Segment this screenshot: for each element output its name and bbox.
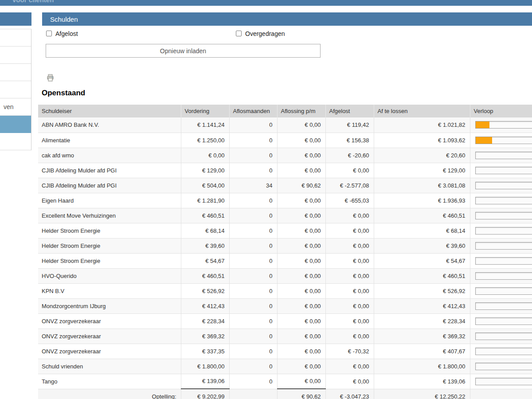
cell-af-te-lossen: € 39,60 (374, 238, 470, 253)
sidebar-item-4[interactable] (0, 81, 31, 98)
table-header-row: SchuldeiserVorderingAflosmaandenAflossin… (38, 105, 532, 117)
cell-af-te-lossen: € 369,32 (374, 329, 470, 344)
totals-afgelost: € -3.047,23 (325, 389, 374, 399)
cell-aflossing-pm: € 0,00 (277, 313, 325, 329)
cell-vordering: € 1.800,00 (181, 359, 229, 374)
cell-aflosmaanden: 34 (229, 178, 277, 193)
cell-aflosmaanden: 0 (229, 238, 277, 253)
cell-schuldeiser: cak afd wmo (38, 148, 181, 163)
progress-bar-track (475, 121, 532, 129)
printer-icon[interactable] (47, 74, 55, 82)
cell-verloop (470, 117, 532, 133)
table-row[interactable]: Helder Stroom Energie€ 39,600€ 0,00€ 0,0… (38, 238, 532, 253)
table-body: ABN AMRO Bank N.V.€ 1.141,240€ 0,00€ 119… (38, 117, 532, 389)
cell-verloop (470, 374, 532, 389)
progress-bar-track (475, 287, 532, 295)
table-row[interactable]: Alimentatie€ 1.250,000€ 0,00€ 156,38€ 1.… (38, 133, 532, 148)
cell-verloop (470, 344, 532, 359)
cell-aflosmaanden: 0 (229, 374, 277, 389)
cell-afgelost: € 0,00 (325, 253, 374, 268)
cell-aflossing-pm: € 0,00 (277, 223, 325, 238)
column-header-aflossing-p-m: Aflossing p/m (277, 105, 325, 117)
table-row[interactable]: CJIB Afdeling Mulder afd PGI€ 129,000€ 0… (38, 163, 532, 178)
cell-afgelost: € 0,00 (325, 359, 374, 374)
table-row[interactable]: Mondzorgcentrum IJburg€ 412,430€ 0,00€ 0… (38, 298, 532, 313)
table-row[interactable]: Schuld vrienden€ 1.800,000€ 0,00€ 0,00€ … (38, 359, 532, 374)
cell-aflossing-pm: € 0,00 (277, 193, 325, 208)
column-header-aflosmaanden: Aflosmaanden (229, 105, 277, 117)
progress-bar-track (475, 257, 532, 265)
overgedragen-checkbox[interactable] (236, 31, 242, 36)
progress-bar-track (475, 272, 532, 280)
table-row[interactable]: Excellent Move Verhuizingen€ 460,510€ 0,… (38, 208, 532, 223)
cell-af-te-lossen: € 407,67 (374, 344, 470, 359)
cell-vordering: € 39,60 (181, 238, 229, 253)
column-header-schuldeiser: Schuldeiser (38, 105, 181, 117)
cell-aflossing-pm: € 0,00 (277, 133, 325, 148)
cell-verloop (470, 268, 532, 283)
cell-afgelost: € 156,38 (325, 133, 374, 148)
table-row[interactable]: Helder Stroom Energie€ 54,670€ 0,00€ 0,0… (38, 253, 532, 268)
table-row[interactable]: HVO-Querido€ 460,510€ 0,00€ 0,00€ 460,51 (38, 268, 532, 283)
cell-schuldeiser: Tango (38, 374, 181, 389)
table-row[interactable]: KPN B.V€ 526,920€ 0,00€ 0,00€ 526,92 (38, 283, 532, 298)
cell-aflosmaanden: 0 (229, 253, 277, 268)
cell-aflossing-pm: € 0,00 (277, 148, 325, 163)
cell-aflossing-pm: € 0,00 (277, 163, 325, 178)
sidebar-item-3[interactable] (0, 64, 31, 81)
progress-bar-track (475, 227, 532, 235)
column-header-af-te-lossen: Af te lossen (374, 105, 470, 117)
sidebar-header (0, 12, 31, 26)
cell-aflosmaanden: 0 (229, 117, 277, 133)
sidebar-item-7[interactable] (0, 133, 31, 150)
table-row[interactable]: Eigen Haard€ 1.281,900€ 0,00€ -655,03€ 1… (38, 193, 532, 208)
sidebar-item-1[interactable] (0, 29, 31, 47)
cell-af-te-lossen: € 460,51 (374, 268, 470, 283)
cell-aflossing-pm: € 0,00 (277, 268, 325, 283)
table-row[interactable]: cak afd wmo€ 0,000€ 0,00€ -20,60€ 20,60 (38, 148, 532, 163)
cell-af-te-lossen: € 1.936,93 (374, 193, 470, 208)
table-row[interactable]: ABN AMRO Bank N.V.€ 1.141,240€ 0,00€ 119… (38, 117, 532, 133)
overgedragen-label: Overgedragen (245, 30, 285, 37)
cell-afgelost: € 0,00 (325, 238, 374, 253)
cell-vordering: € 526,92 (181, 283, 229, 298)
cell-verloop (470, 313, 532, 329)
sidebar-item-2[interactable] (0, 47, 31, 64)
column-header-vordering: Vordering (181, 105, 229, 117)
table-row[interactable]: CJIB Afdeling Mulder afd PGI€ 504,0034€ … (38, 178, 532, 193)
cell-schuldeiser: ONVZ zorgverzekeraar (38, 344, 181, 359)
cell-af-te-lossen: € 412,43 (374, 298, 470, 313)
cell-schuldeiser: Helder Stroom Energie (38, 223, 181, 238)
sidebar-item-6-active[interactable] (0, 116, 31, 133)
panel-header: Schulden (42, 12, 532, 26)
progress-bar-track (475, 167, 532, 174)
cell-afgelost: € 0,00 (325, 298, 374, 313)
cell-verloop (470, 193, 532, 208)
cell-aflosmaanden: 0 (229, 344, 277, 359)
cell-vordering: € 68,14 (181, 223, 229, 238)
reload-button[interactable]: Opnieuw inladen (46, 44, 321, 58)
cell-af-te-lossen: € 1.800,00 (374, 359, 470, 374)
table-row[interactable]: ONVZ zorgverzekeraar€ 337,350€ 0,00€ -70… (38, 344, 532, 359)
cell-afgelost: € -20,60 (325, 148, 374, 163)
progress-bar-track (475, 317, 532, 325)
cell-aflosmaanden: 0 (229, 329, 277, 344)
cell-schuldeiser: Eigen Haard (38, 193, 181, 208)
cell-aflossing-pm: € 0,00 (277, 208, 325, 223)
table-row[interactable]: Tango€ 139,060€ 0,00€ 0,00€ 139,06 (38, 374, 532, 389)
table-row[interactable]: ONVZ zorgverzekeraar€ 369,320€ 0,00€ 0,0… (38, 329, 532, 344)
cell-verloop (470, 178, 532, 193)
section-title: Openstaand (42, 89, 85, 98)
cell-verloop (470, 163, 532, 178)
cell-afgelost: € 0,00 (325, 283, 374, 298)
afgelost-checkbox[interactable] (46, 31, 52, 36)
sidebar-item-5[interactable]: ven (0, 98, 31, 116)
progress-bar-track (475, 302, 532, 310)
progress-bar-track (475, 378, 532, 385)
progress-bar-track (475, 242, 532, 250)
cell-aflosmaanden: 0 (229, 268, 277, 283)
table-row[interactable]: Helder Stroom Energie€ 68,140€ 0,00€ 0,0… (38, 223, 532, 238)
cell-vordering: € 54,67 (181, 253, 229, 268)
table-row[interactable]: ONVZ zorgverzekeraar€ 228,340€ 0,00€ 0,0… (38, 313, 532, 329)
cell-afgelost: € -655,03 (325, 193, 374, 208)
